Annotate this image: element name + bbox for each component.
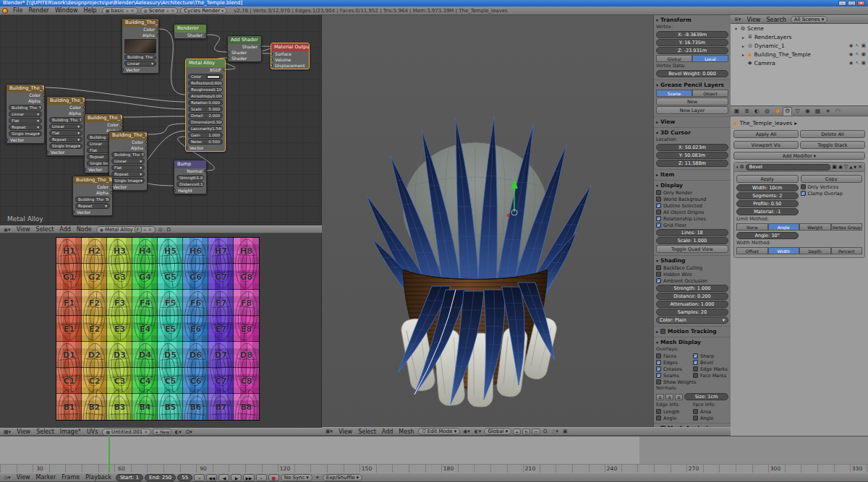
checkbox-edges[interactable]: ✓Edges — [656, 359, 692, 366]
checkbox-bevel[interactable]: ✓Bevel — [693, 359, 728, 366]
tab-object[interactable]: ◆ — [773, 107, 782, 116]
vertex-normals-toggle[interactable]: ∆ — [656, 394, 664, 400]
node-field-flat[interactable]: Flat▾ — [49, 130, 82, 136]
node-value-dimension[interactable]: Dimension0.300 — [188, 119, 223, 125]
checkbox-box[interactable]: ✓ — [693, 353, 698, 358]
socket-dot[interactable] — [47, 150, 48, 154]
manipulator-scale-icon[interactable]: ▭ — [532, 429, 540, 435]
outliner-editor-type-icon[interactable]: ≣▾ — [733, 17, 742, 22]
jump-to-start-button[interactable]: « — [194, 474, 205, 481]
socket-dot[interactable] — [228, 51, 229, 54]
keying-set-selector[interactable]: Exp/Shuffle ▾ — [323, 474, 362, 481]
uv-menu-view[interactable]: View — [14, 429, 33, 435]
node-field-building-the-tem[interactable]: Building_The_Tem▾ — [49, 117, 82, 123]
viewport-visibility-icon[interactable]: ◉ — [838, 164, 843, 170]
tab-physics[interactable]: ◠ — [833, 107, 843, 116]
expander-icon[interactable]: ▾ — [656, 130, 658, 135]
socket-dot[interactable] — [174, 189, 176, 192]
viewport-shading-icon[interactable]: ◉▾ — [461, 429, 472, 434]
panel-header-transform[interactable]: ▾Transform — [656, 16, 728, 24]
checkbox-box[interactable] — [656, 272, 661, 277]
node-value-noise[interactable]: Noise0.500 — [188, 139, 223, 145]
viewport-editor-type-icon[interactable]: ▣▾ — [324, 429, 334, 434]
segmented-button-global[interactable]: Global — [656, 55, 692, 62]
checkbox-creases[interactable]: ✓Creases — [656, 366, 692, 372]
checkbox-ambient-occlusion[interactable]: ✓Ambient Occlusion — [656, 277, 728, 284]
panel-header-shading[interactable]: ▾Shading — [656, 257, 728, 264]
node-editor[interactable]: Building_The_Te…ColorAlphaBuilding_The_T… — [0, 15, 322, 225]
visibility-eye-icon[interactable]: ◉ — [849, 60, 854, 66]
value-slider-z-11-588m[interactable]: Z: 11.588m — [656, 160, 728, 167]
expander-icon[interactable]: ▸ — [741, 43, 746, 48]
segmented-button-scene[interactable]: Scene — [656, 90, 692, 97]
checkbox-angle[interactable]: Angle — [693, 415, 728, 421]
expander-icon[interactable]: ▸ — [656, 119, 658, 124]
value-slider-lines-18[interactable]: Lines: 18 — [656, 229, 728, 236]
close-icon[interactable]: ✕ — [148, 227, 152, 232]
node-menu-select[interactable]: Select — [33, 226, 57, 233]
checkbox-sharp[interactable]: ✓Sharp — [693, 353, 728, 359]
checkbox-box[interactable] — [656, 265, 661, 270]
node-editor-type-icon[interactable]: ◉▾ — [2, 227, 12, 233]
tab-scene[interactable]: ◐ — [752, 107, 762, 116]
expander-icon[interactable]: ▾ — [656, 340, 658, 345]
tab-render-layers[interactable]: ≣ — [742, 107, 752, 116]
button-viewport-vis[interactable]: Viewport Vis — [733, 141, 799, 149]
scene-selector[interactable]: ◍ Scene + ✕ — [140, 7, 179, 14]
socket-dot[interactable] — [224, 68, 225, 72]
add-modifier-dropdown[interactable]: Add Modifier ▾ — [733, 152, 865, 160]
node-image-2[interactable]: Building_The_Te…ColorAlphaBuilding_The_T… — [46, 96, 85, 156]
checkbox-grid-floor[interactable]: ✓Grid Floor — [656, 222, 728, 228]
uv-menu-image[interactable]: Image* — [57, 429, 84, 435]
value-slider-x-50-023m[interactable]: X: 50.023m — [656, 144, 728, 151]
timeline-menu-playback[interactable]: Playback — [82, 474, 114, 481]
viewport-menu-mesh[interactable]: Mesh — [396, 429, 417, 435]
node-menu-view[interactable]: View — [14, 226, 33, 233]
checkbox-box[interactable]: ✓ — [693, 360, 698, 365]
value-slider-x-9-3639m[interactable]: X: -9.3639m — [656, 31, 728, 38]
checkbox-box[interactable] — [656, 190, 661, 195]
expander-icon[interactable]: ▾ — [733, 26, 739, 31]
jump-to-end-button[interactable]: » — [256, 474, 267, 481]
node-field-building-the-tem[interactable]: Building_The_Tem▾ — [75, 197, 110, 202]
fake-user-button[interactable]: F — [135, 226, 142, 233]
checkbox-backface-culling[interactable]: Backface Culling — [656, 264, 728, 271]
socket-dot[interactable] — [157, 27, 158, 31]
info-menu-window[interactable]: Window — [52, 7, 81, 14]
info-menu-help[interactable]: Help — [80, 7, 99, 14]
current-frame-indicator[interactable] — [109, 436, 110, 473]
uv-menu-select[interactable]: Select — [33, 429, 57, 435]
outliner-menu-view[interactable]: View — [744, 17, 763, 23]
modifier-slider-material[interactable]: Material: -1 — [736, 208, 799, 215]
segmented-button-local[interactable]: Local — [692, 55, 728, 62]
move-up-icon[interactable]: ▲ — [849, 165, 852, 169]
node-value-anisotropy[interactable]: Anisotropy0.000 — [188, 93, 223, 99]
checkbox-edge-marks[interactable]: Edge Marks — [693, 366, 728, 372]
snap-magnet-icon[interactable]: Ω — [542, 429, 548, 434]
outliner-item-camera[interactable]: ◆Camera◉↖▣ — [731, 59, 868, 67]
checkbox-box[interactable]: ✓ — [801, 191, 806, 196]
outliner-menu-search[interactable]: Search — [763, 17, 788, 23]
expander-icon[interactable]: ▾ — [656, 183, 658, 188]
segmented-button-object[interactable]: Object — [692, 90, 728, 97]
visibility-eye-icon[interactable]: ◉ — [849, 43, 854, 48]
node-field-single-image[interactable]: Single Image▾ — [9, 131, 42, 137]
node-value-lacunarity[interactable]: Lacunarity1.548 — [188, 126, 223, 132]
manipulator-translate-icon[interactable]: + — [513, 429, 521, 435]
value-slider-samples-20[interactable]: Samples: 20 — [656, 309, 728, 316]
node-value-distance[interactable]: Distance0.100 — [176, 181, 204, 187]
visibility-eye-icon[interactable]: ◉ — [849, 51, 854, 57]
value-slider-scale-1-000[interactable]: Scale: 1.000 — [656, 237, 728, 244]
value-slider-y-16-735m[interactable]: Y: 16.735m — [656, 39, 728, 46]
checkbox-world-background[interactable]: World Background — [656, 196, 728, 202]
width-method-percent[interactable]: Percent — [831, 247, 863, 254]
outliner-item-dynamic-1[interactable]: ▸◎Dynamic_1◉↖▣ — [731, 41, 868, 50]
maximize-button[interactable]: □ — [848, 1, 856, 6]
properties-editor[interactable]: ▣≣◐◍◆⚙▽◉▦∗◠ ◆ The_Temple_leaves ▸ Apply … — [731, 106, 868, 436]
socket-dot[interactable] — [157, 33, 158, 37]
minimize-button[interactable]: – — [838, 1, 846, 6]
close-button[interactable]: ✕ — [857, 1, 865, 6]
blender-logo-icon[interactable] — [2, 8, 8, 14]
checkbox-area[interactable]: Area — [693, 408, 728, 415]
node-value-roughness[interactable]: Roughness0.100 — [188, 87, 223, 92]
